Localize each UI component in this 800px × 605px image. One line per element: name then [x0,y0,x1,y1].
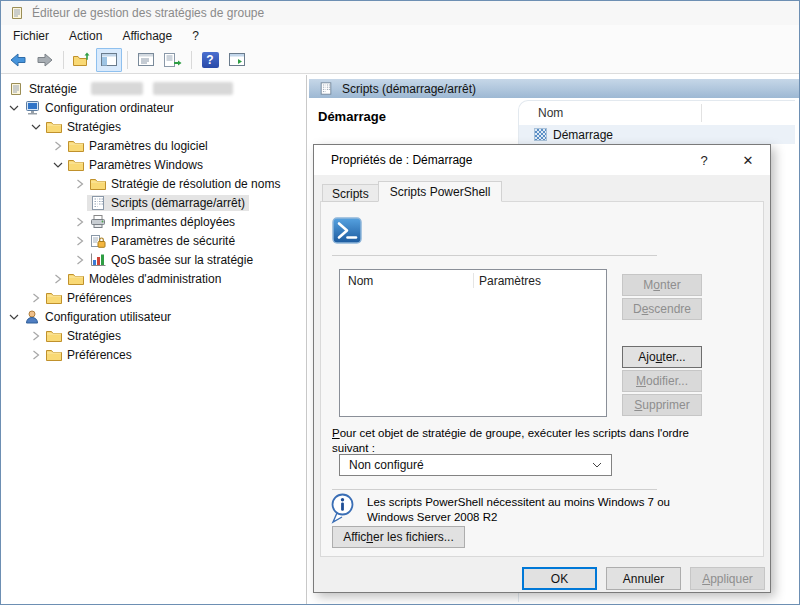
order-combobox[interactable]: Non configuré [339,454,612,476]
gpo-scroll-icon [9,6,25,20]
tree-item-label: Préférences [67,291,132,305]
tree-item-strategie-resolution-noms[interactable]: Stratégie de résolution de noms [1,174,306,193]
tree-item-imprimantes-deployees[interactable]: Imprimantes déployées [1,212,306,231]
tree-item-scripts-demarrage-arret[interactable]: Scripts (démarrage/arrêt) [1,193,306,212]
tree-item-label: Stratégies [67,120,121,134]
dialog-close-button[interactable]: ✕ [726,145,770,175]
chevron-down-icon [592,462,602,468]
tree-item-label: Scripts (démarrage/arrêt) [111,196,245,210]
console-tree: Stratégie Configuration ordinateur Strat… [1,75,307,604]
chevron-collapsed-icon[interactable] [51,274,65,284]
afficher-les-fichiers-button[interactable]: Afficher les fichiers... [332,526,465,548]
tree-item-parametres-du-logiciel[interactable]: Paramètres du logiciel [1,136,306,155]
chevron-collapsed-icon[interactable] [29,293,43,303]
show-console-tree-button[interactable] [96,48,122,72]
tree-item-parametres-de-securite[interactable]: Paramètres de sécurité [1,231,306,250]
tree-item-configuration-ordinateur[interactable]: Configuration ordinateur [1,98,306,117]
menu-affichage[interactable]: Affichage [112,27,182,45]
script-icon [319,82,333,95]
chevron-expanded-icon[interactable] [51,161,65,169]
tree-item-strategies-utilisateur[interactable]: Stratégies [1,326,306,345]
ajouter-button[interactable]: Ajouter... [622,346,702,368]
tree-item-label: Modèles d'administration [89,272,221,286]
powershell-icon [332,217,362,247]
chevron-collapsed-icon[interactable] [73,179,87,189]
list-item-label: Démarrage [553,128,613,142]
descendre-button[interactable]: Descendre [622,298,702,320]
column-divider [701,104,702,122]
dialog-help-button[interactable]: ? [682,145,726,175]
divider [332,255,657,256]
chevron-collapsed-icon[interactable] [29,331,43,341]
export-list-button[interactable] [160,48,186,72]
chevron-expanded-icon[interactable] [7,104,21,112]
tree-item-parametres-windows[interactable]: Paramètres Windows [1,155,306,174]
chevron-collapsed-icon[interactable] [51,141,65,151]
tree-item-preferences-utilisateur[interactable]: Préférences [1,345,306,364]
tree-item-label: Configuration utilisateur [45,310,171,324]
order-label: Pour cet objet de stratégie de groupe, e… [332,426,712,456]
folder-icon [45,120,63,133]
chevron-collapsed-icon[interactable] [29,350,43,360]
info-icon [329,493,356,527]
chevron-expanded-icon[interactable] [7,313,21,321]
tree-item-root-policy[interactable]: Stratégie [1,79,306,98]
modifier-button[interactable]: Modifier... [622,370,702,392]
chevron-collapsed-icon[interactable] [73,255,87,265]
tree-item-label: Préférences [67,348,132,362]
column-divider [473,273,474,288]
export-list-icon [164,53,182,67]
list-item-demarrage[interactable]: Démarrage [519,125,795,144]
redacted-text [91,82,143,95]
title-bar: Éditeur de gestion des stratégies de gro… [1,1,799,25]
results-header-title: Scripts (démarrage/arrêt) [342,82,476,96]
tree-item-label: Stratégies [67,329,121,343]
forward-button[interactable] [32,48,58,72]
extended-view-button[interactable] [224,48,250,72]
tree-item-label: Stratégie [29,82,77,96]
tree-item-configuration-utilisateur[interactable]: Configuration utilisateur [1,307,306,326]
tree-item-label: Configuration ordinateur [45,101,174,115]
menu-fichier[interactable]: Fichier [3,27,59,45]
ok-button[interactable]: OK [522,567,597,590]
tree-item-preferences-ordinateur[interactable]: Préférences [1,288,306,307]
forward-arrow-icon [37,53,53,67]
menu-aide[interactable]: ? [182,27,209,45]
chevron-collapsed-icon[interactable] [73,236,87,246]
up-one-level-button[interactable] [69,48,95,72]
back-button[interactable] [5,48,31,72]
toolbar-separator [63,51,64,69]
redacted-text [153,82,233,95]
appliquer-button[interactable]: Appliquer [690,567,765,590]
console-tree-icon [101,53,117,66]
user-icon [23,310,41,324]
folder-icon [89,177,107,190]
tree-item-qos-basee-strategie[interactable]: QoS basée sur la stratégie [1,250,306,269]
column-header-nom[interactable]: Nom [519,101,795,125]
tree-item-modeles-administration[interactable]: Modèles d'administration [1,269,306,288]
annuler-button[interactable]: Annuler [606,567,681,590]
column-header-parametres[interactable]: Paramètres [473,274,541,288]
properties-icon [138,53,154,66]
folder-icon [67,139,85,152]
tree-item-label: Stratégie de résolution de noms [111,177,280,191]
chevron-collapsed-icon[interactable] [73,217,87,227]
printer-icon [89,215,107,228]
monter-button[interactable]: Monter [622,274,702,296]
script-icon [89,196,107,210]
chevron-expanded-icon[interactable] [29,123,43,131]
menu-action[interactable]: Action [59,27,112,45]
tree-item-label: Paramètres de sécurité [111,234,235,248]
tab-scripts[interactable]: Scripts [322,184,379,202]
tab-scripts-powershell[interactable]: Scripts PowerShell [378,181,503,202]
dialog-tabs: Scripts Scripts PowerShell [322,181,502,201]
toolbar-separator [127,51,128,69]
supprimer-button[interactable]: Supprimer [622,394,702,416]
selected-item-title: Démarrage [318,109,386,124]
properties-button[interactable] [133,48,159,72]
column-header-nom[interactable]: Nom [340,274,473,288]
help-button[interactable]: ? [197,48,223,72]
tree-item-label: QoS basée sur la stratégie [111,253,253,267]
scripts-list[interactable]: Nom Paramètres [339,269,607,417]
tree-item-strategies-ordinateur[interactable]: Stratégies [1,117,306,136]
